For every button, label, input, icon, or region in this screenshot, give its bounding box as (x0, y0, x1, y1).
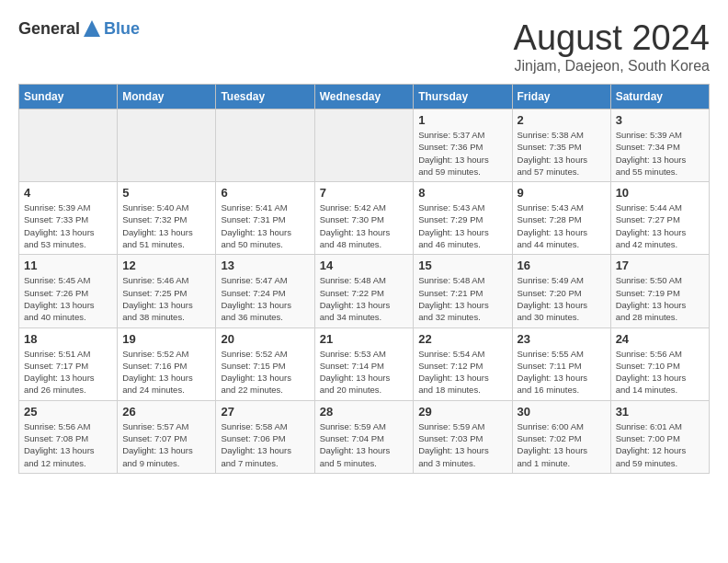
day-number: 13 (221, 259, 309, 272)
calendar-cell: 30Sunrise: 6:00 AM Sunset: 7:02 PM Dayli… (512, 400, 610, 473)
calendar-cell: 17Sunrise: 5:50 AM Sunset: 7:19 PM Dayli… (610, 255, 709, 327)
calendar-cell (19, 109, 118, 182)
calendar-cell: 16Sunrise: 5:49 AM Sunset: 7:20 PM Dayli… (512, 255, 610, 327)
day-info: Sunrise: 5:57 AM Sunset: 7:07 PM Dayligh… (122, 420, 210, 469)
weekday-header-saturday: Saturday (610, 85, 709, 109)
day-number: 7 (320, 186, 409, 200)
day-number: 5 (122, 186, 210, 200)
day-info: Sunrise: 5:56 AM Sunset: 7:08 PM Dayligh… (24, 420, 112, 469)
calendar-cell (216, 109, 314, 182)
logo: General Blue (18, 18, 140, 39)
day-number: 23 (518, 332, 606, 346)
calendar-cell: 23Sunrise: 5:55 AM Sunset: 7:11 PM Dayli… (512, 327, 610, 400)
calendar-cell (314, 109, 414, 182)
month-title: August 2024 (514, 18, 710, 58)
calendar-cell: 1Sunrise: 5:37 AM Sunset: 7:36 PM Daylig… (414, 109, 512, 182)
calendar-week-3: 11Sunrise: 5:45 AM Sunset: 7:26 PM Dayli… (19, 255, 710, 327)
calendar-cell: 9Sunrise: 5:43 AM Sunset: 7:28 PM Daylig… (512, 182, 610, 255)
calendar-cell: 15Sunrise: 5:48 AM Sunset: 7:21 PM Dayli… (414, 255, 512, 327)
day-info: Sunrise: 5:59 AM Sunset: 7:03 PM Dayligh… (418, 420, 506, 469)
day-info: Sunrise: 5:48 AM Sunset: 7:21 PM Dayligh… (418, 274, 506, 323)
calendar-cell: 10Sunrise: 5:44 AM Sunset: 7:27 PM Dayli… (610, 182, 709, 255)
weekday-header-tuesday: Tuesday (216, 85, 314, 109)
calendar-cell: 26Sunrise: 5:57 AM Sunset: 7:07 PM Dayli… (118, 400, 216, 473)
weekday-header-monday: Monday (118, 85, 216, 109)
day-info: Sunrise: 5:38 AM Sunset: 7:35 PM Dayligh… (518, 129, 606, 178)
weekday-header-row: SundayMondayTuesdayWednesdayThursdayFrid… (19, 85, 710, 109)
calendar-cell: 25Sunrise: 5:56 AM Sunset: 7:08 PM Dayli… (19, 400, 118, 473)
logo-icon (82, 18, 102, 39)
calendar-week-5: 25Sunrise: 5:56 AM Sunset: 7:08 PM Dayli… (19, 400, 710, 473)
day-info: Sunrise: 5:50 AM Sunset: 7:19 PM Dayligh… (616, 274, 704, 323)
calendar-cell: 11Sunrise: 5:45 AM Sunset: 7:26 PM Dayli… (19, 255, 118, 327)
day-number: 2 (518, 113, 606, 127)
day-number: 28 (320, 405, 409, 419)
day-number: 27 (221, 405, 309, 419)
day-number: 6 (221, 186, 309, 200)
day-info: Sunrise: 5:45 AM Sunset: 7:26 PM Dayligh… (24, 274, 112, 323)
day-info: Sunrise: 5:49 AM Sunset: 7:20 PM Dayligh… (518, 274, 606, 323)
day-number: 31 (616, 405, 704, 419)
logo-blue-text: Blue (104, 19, 140, 39)
day-number: 15 (418, 259, 506, 272)
day-number: 14 (320, 259, 409, 272)
calendar-cell: 8Sunrise: 5:43 AM Sunset: 7:29 PM Daylig… (414, 182, 512, 255)
day-info: Sunrise: 5:55 AM Sunset: 7:11 PM Dayligh… (518, 348, 606, 396)
calendar-cell: 22Sunrise: 5:54 AM Sunset: 7:12 PM Dayli… (414, 327, 512, 400)
title-block: August 2024 Jinjam, Daejeon, South Korea (514, 18, 710, 75)
day-number: 20 (221, 332, 309, 346)
calendar-cell: 31Sunrise: 6:01 AM Sunset: 7:00 PM Dayli… (610, 400, 709, 473)
calendar-table: SundayMondayTuesdayWednesdayThursdayFrid… (18, 84, 710, 474)
day-info: Sunrise: 5:48 AM Sunset: 7:22 PM Dayligh… (320, 274, 409, 323)
calendar-cell: 4Sunrise: 5:39 AM Sunset: 7:33 PM Daylig… (19, 182, 118, 255)
weekday-header-wednesday: Wednesday (314, 85, 414, 109)
calendar-cell: 21Sunrise: 5:53 AM Sunset: 7:14 PM Dayli… (314, 327, 414, 400)
weekday-header-friday: Friday (512, 85, 610, 109)
logo-general-text: General (18, 19, 80, 39)
day-info: Sunrise: 5:51 AM Sunset: 7:17 PM Dayligh… (24, 348, 112, 396)
location-subtitle: Jinjam, Daejeon, South Korea (514, 58, 710, 75)
calendar-cell: 28Sunrise: 5:59 AM Sunset: 7:04 PM Dayli… (314, 400, 414, 473)
day-number: 26 (122, 405, 210, 419)
calendar-cell (118, 109, 216, 182)
day-info: Sunrise: 5:40 AM Sunset: 7:32 PM Dayligh… (122, 201, 210, 250)
day-number: 19 (122, 332, 210, 346)
day-number: 1 (418, 113, 506, 127)
day-number: 16 (518, 259, 606, 272)
calendar-cell: 12Sunrise: 5:46 AM Sunset: 7:25 PM Dayli… (118, 255, 216, 327)
day-number: 8 (418, 186, 506, 200)
day-info: Sunrise: 5:39 AM Sunset: 7:33 PM Dayligh… (24, 201, 112, 250)
calendar-cell: 29Sunrise: 5:59 AM Sunset: 7:03 PM Dayli… (414, 400, 512, 473)
weekday-header-thursday: Thursday (414, 85, 512, 109)
day-info: Sunrise: 6:00 AM Sunset: 7:02 PM Dayligh… (518, 420, 606, 469)
day-info: Sunrise: 5:42 AM Sunset: 7:30 PM Dayligh… (320, 201, 409, 250)
day-info: Sunrise: 5:43 AM Sunset: 7:28 PM Dayligh… (518, 201, 606, 250)
calendar-cell: 14Sunrise: 5:48 AM Sunset: 7:22 PM Dayli… (314, 255, 414, 327)
calendar-cell: 19Sunrise: 5:52 AM Sunset: 7:16 PM Dayli… (118, 327, 216, 400)
day-number: 22 (418, 332, 506, 346)
day-info: Sunrise: 5:58 AM Sunset: 7:06 PM Dayligh… (221, 420, 309, 469)
calendar-cell: 13Sunrise: 5:47 AM Sunset: 7:24 PM Dayli… (216, 255, 314, 327)
page-header: General Blue August 2024 Jinjam, Daejeon… (18, 18, 710, 75)
day-info: Sunrise: 5:53 AM Sunset: 7:14 PM Dayligh… (320, 348, 409, 396)
calendar-week-4: 18Sunrise: 5:51 AM Sunset: 7:17 PM Dayli… (19, 327, 710, 400)
calendar-week-2: 4Sunrise: 5:39 AM Sunset: 7:33 PM Daylig… (19, 182, 710, 255)
day-number: 18 (24, 332, 112, 346)
day-number: 17 (616, 259, 704, 272)
calendar-cell: 7Sunrise: 5:42 AM Sunset: 7:30 PM Daylig… (314, 182, 414, 255)
calendar-cell: 27Sunrise: 5:58 AM Sunset: 7:06 PM Dayli… (216, 400, 314, 473)
day-number: 4 (24, 186, 112, 200)
day-info: Sunrise: 5:39 AM Sunset: 7:34 PM Dayligh… (616, 129, 704, 178)
day-info: Sunrise: 5:37 AM Sunset: 7:36 PM Dayligh… (418, 129, 506, 178)
day-number: 3 (616, 113, 704, 127)
calendar-cell: 3Sunrise: 5:39 AM Sunset: 7:34 PM Daylig… (610, 109, 709, 182)
calendar-cell: 24Sunrise: 5:56 AM Sunset: 7:10 PM Dayli… (610, 327, 709, 400)
day-info: Sunrise: 5:47 AM Sunset: 7:24 PM Dayligh… (221, 274, 309, 323)
day-info: Sunrise: 5:46 AM Sunset: 7:25 PM Dayligh… (122, 274, 210, 323)
day-info: Sunrise: 5:41 AM Sunset: 7:31 PM Dayligh… (221, 201, 309, 250)
day-info: Sunrise: 5:59 AM Sunset: 7:04 PM Dayligh… (320, 420, 409, 469)
calendar-week-1: 1Sunrise: 5:37 AM Sunset: 7:36 PM Daylig… (19, 109, 710, 182)
weekday-header-sunday: Sunday (19, 85, 118, 109)
calendar-cell: 6Sunrise: 5:41 AM Sunset: 7:31 PM Daylig… (216, 182, 314, 255)
day-number: 29 (418, 405, 506, 419)
